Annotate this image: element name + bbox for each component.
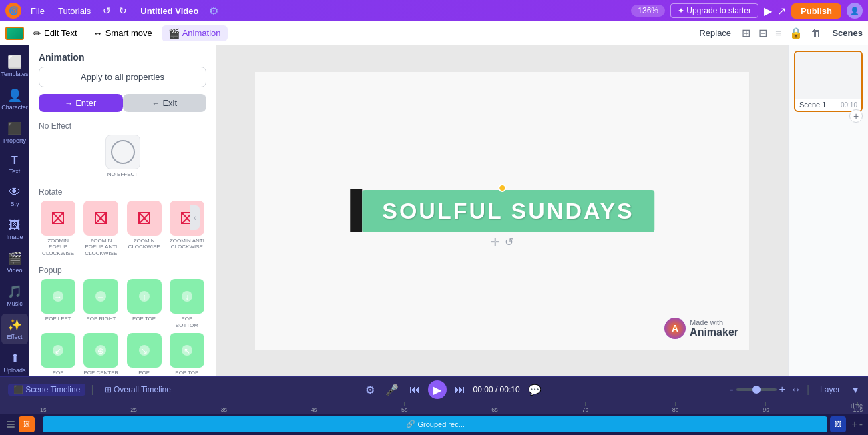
animation-tab[interactable]: 🎬 Animation bbox=[162, 25, 228, 41]
sidebar-item-templates[interactable]: ⬜ Templates bbox=[1, 51, 28, 81]
layer-chevron[interactable]: ▼ bbox=[851, 384, 860, 395]
sidebar-item-by[interactable]: 👁 B.y bbox=[1, 181, 28, 211]
time-end-label: Time bbox=[849, 402, 863, 409]
ruler-mark-9s: 9s bbox=[763, 402, 769, 413]
redo-button[interactable]: ↻ bbox=[116, 4, 130, 17]
popup-item-6[interactable]: ↘ POP BOTTOM LEFT bbox=[125, 333, 164, 376]
ruler-mark-8s: 8s bbox=[672, 402, 679, 413]
enter-tab[interactable]: → Enter bbox=[39, 94, 123, 112]
align-icon[interactable]: ≡ bbox=[773, 26, 784, 41]
track-minus-icon[interactable]: - bbox=[859, 418, 863, 430]
animation-icon: 🎬 bbox=[168, 28, 180, 39]
preview-icon[interactable]: ▶ bbox=[764, 5, 772, 17]
publish-button[interactable]: Publish bbox=[791, 3, 841, 19]
play-button[interactable]: ▶ bbox=[428, 380, 447, 399]
rotate-item-0[interactable]: Zoomin popup Clockwise bbox=[39, 201, 77, 257]
popup-label-3: POP BOTTOM bbox=[170, 316, 204, 328]
svg-rect-18 bbox=[7, 421, 15, 422]
captions-icon[interactable]: 💬 bbox=[525, 382, 544, 398]
expand-icon[interactable]: ↔ bbox=[791, 384, 801, 396]
settings-icon[interactable]: ⚙ bbox=[363, 382, 377, 398]
upgrade-button[interactable]: ✦ Upgrade to starter bbox=[670, 3, 758, 18]
toolbar-icons: ⊞ ⊟ ≡ 🔒 🗑 bbox=[739, 25, 824, 41]
add-scene-button[interactable]: + bbox=[849, 109, 863, 123]
video-title: Untitled Video bbox=[140, 6, 198, 16]
ruler-mark-5s: 5s bbox=[401, 402, 408, 413]
undo-button[interactable]: ↺ bbox=[100, 4, 114, 17]
lock-icon[interactable]: 🔒 bbox=[787, 25, 805, 41]
share-icon[interactable]: ↗ bbox=[777, 5, 786, 17]
sidebar-item-music[interactable]: 🎵 Music bbox=[1, 280, 28, 311]
zoom-in-button[interactable]: + bbox=[779, 384, 785, 396]
sidebar-item-effect[interactable]: ✨ Effect bbox=[1, 314, 28, 344]
edit-text-tab[interactable]: ✏ Edit Text bbox=[27, 25, 84, 41]
watermark-logo: A bbox=[664, 318, 686, 339]
text-element[interactable]: SOULFUL SUNDAYS ✛ ↺ bbox=[350, 189, 654, 232]
rotate-icon[interactable]: ↺ bbox=[505, 236, 513, 248]
image-icon: 🖼 bbox=[9, 218, 21, 232]
enter-icon: → bbox=[65, 99, 73, 108]
timeline-divider: | bbox=[91, 384, 93, 396]
scene-timeline-btn[interactable]: ⬛ Scene Timeline bbox=[8, 384, 85, 396]
popup-item-0[interactable]: → POP LEFT bbox=[39, 279, 77, 328]
rotate-item-2[interactable]: Zoomin Clockwise bbox=[125, 201, 164, 257]
popup-item-3[interactable]: ↓ POP BOTTOM bbox=[168, 279, 206, 328]
move-controls: ✛ ↺ bbox=[491, 236, 513, 248]
sidebar-item-character[interactable]: 👤 Character bbox=[1, 84, 28, 115]
rotate-item-3[interactable]: Zoomin Anti Clockwise bbox=[168, 201, 206, 257]
scene-info-1: Scene 1 00:10 bbox=[795, 99, 861, 111]
animation-panel-title: Animation bbox=[29, 45, 216, 67]
trash-icon[interactable]: 🗑 bbox=[808, 26, 824, 41]
selection-handle-top[interactable] bbox=[498, 184, 506, 192]
popup-label-6: POP BOTTOM LEFT bbox=[127, 370, 162, 376]
rotate-item-1[interactable]: Zoomin popup Anti Clockwise bbox=[81, 201, 120, 257]
svg-rect-20 bbox=[7, 426, 15, 428]
scene-name-1: Scene 1 bbox=[799, 101, 826, 109]
panel-collapse-handle[interactable]: ‹ bbox=[190, 205, 200, 230]
title-options-icon[interactable]: ⚙ bbox=[209, 5, 218, 17]
no-effect-label: No Effect bbox=[107, 171, 138, 178]
canvas-inner[interactable]: SOULFUL SUNDAYS ✛ ↺ A Made with Animaker bbox=[255, 72, 749, 350]
layout-icon[interactable]: ⊞ bbox=[739, 25, 753, 41]
scenes-label: Scenes bbox=[832, 28, 863, 38]
file-menu[interactable]: File bbox=[27, 5, 49, 17]
sidebar-item-video[interactable]: 🎬 Video bbox=[1, 247, 28, 278]
sidebar-item-uploads[interactable]: ⬆ Uploads bbox=[1, 347, 28, 378]
skip-back-button[interactable]: ⏮ bbox=[407, 382, 423, 397]
no-effect-item[interactable]: No Effect bbox=[105, 135, 140, 178]
templates-icon: ⬜ bbox=[7, 55, 22, 69]
popup-item-1[interactable]: ← POP RIGHT bbox=[81, 279, 120, 328]
popup-item-4[interactable]: ↙ POP BOTTOM RIGHT bbox=[39, 333, 77, 376]
track-bar[interactable]: 🔗 Grouped rec... bbox=[43, 416, 827, 432]
ruler-mark-4s: 4s bbox=[311, 402, 318, 413]
timeline-ruler: Time 1s 2s 3s 4s 5s 6s 7s 8s 9s 10s bbox=[0, 402, 868, 414]
apply-all-button[interactable]: Apply to all properties bbox=[39, 67, 206, 87]
popup-label-2: POP TOP bbox=[132, 316, 156, 322]
popup-box-1: ← bbox=[83, 279, 118, 314]
zoom-slider[interactable] bbox=[736, 388, 777, 391]
mic-icon[interactable]: 🎤 bbox=[383, 382, 401, 398]
track-drag-icon[interactable] bbox=[5, 419, 16, 430]
track-icons: 🖼 bbox=[5, 416, 40, 432]
sidebar-item-image[interactable]: 🖼 Image bbox=[1, 214, 28, 244]
svg-text:↘: ↘ bbox=[141, 346, 148, 356]
zoom-out-button[interactable]: - bbox=[730, 384, 733, 396]
popup-item-2[interactable]: ↑ POP TOP bbox=[125, 279, 164, 328]
track-add-icon[interactable]: + bbox=[851, 418, 857, 430]
sidebar-item-property[interactable]: ⬛ Property bbox=[1, 117, 28, 148]
scene-card-1[interactable]: Scene 1 00:10 bbox=[794, 51, 863, 112]
skip-forward-button[interactable]: ⏭ bbox=[452, 382, 468, 397]
replace-button[interactable]: Replace bbox=[694, 27, 736, 39]
exit-tab[interactable]: ← Exit bbox=[123, 94, 207, 112]
user-avatar[interactable]: 👤 bbox=[847, 3, 863, 19]
smart-move-tab[interactable]: ↔ Smart move bbox=[87, 25, 159, 41]
watermark: A Made with Animaker bbox=[664, 318, 738, 339]
tutorials-menu[interactable]: Tutorials bbox=[54, 5, 95, 17]
overall-timeline-btn[interactable]: ⊞ Overall Timeline bbox=[99, 384, 176, 396]
zoom-control[interactable]: 136% bbox=[631, 5, 665, 17]
grid-icon[interactable]: ⊟ bbox=[756, 25, 770, 41]
popup-item-7[interactable]: ↖ POP TOP LEFT bbox=[168, 333, 206, 376]
sidebar-item-text[interactable]: T Text bbox=[1, 151, 28, 179]
popup-item-5[interactable]: ⊕ POP CENTER bbox=[81, 333, 120, 376]
move-icon[interactable]: ✛ bbox=[491, 236, 499, 248]
